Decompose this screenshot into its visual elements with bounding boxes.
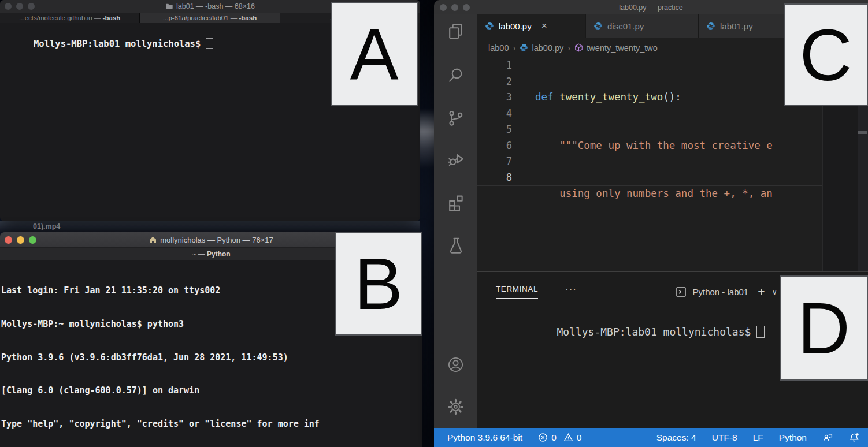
zoom-button[interactable] bbox=[29, 236, 36, 244]
terminal-line: Python 3.9.6 (v3.9.6:db3ff76da1, Jun 28 … bbox=[1, 352, 422, 363]
line-number-gutter: 1 2 3 4 5 6 7 8 bbox=[477, 58, 512, 186]
close-button[interactable] bbox=[440, 4, 447, 11]
code-line: def twenty_twenty_two(): bbox=[535, 90, 773, 106]
zoom-button[interactable] bbox=[463, 4, 470, 11]
chevron-right-icon: › bbox=[513, 43, 515, 53]
terminal-picker: Python - lab01 + ∨ bbox=[676, 285, 777, 299]
terminal-line: [Clang 6.0 (clang-600.0.57)] on darwin bbox=[1, 385, 422, 396]
status-right: Spaces: 4 UTF-8 LF Python bbox=[656, 432, 860, 443]
chevron-down-icon[interactable]: ∨ bbox=[771, 288, 777, 296]
problems-status[interactable]: 0 0 bbox=[538, 433, 581, 443]
panel-terminal-cursor bbox=[756, 326, 765, 338]
source-control-icon[interactable] bbox=[446, 109, 465, 128]
tab-lab00[interactable]: lab00.py × bbox=[477, 14, 586, 38]
code-line: """Come up with the most creative e bbox=[535, 138, 773, 154]
panel-terminal-content[interactable]: Mollys-MBP:lab01 mollynicholas$ bbox=[494, 314, 765, 350]
terminal-a-prompt: Mollys-MBP:lab01 mollynicholas$ bbox=[34, 39, 201, 49]
terminal-b-title: mollynicholas — Python — 76×17 bbox=[149, 236, 273, 244]
breadcrumb-folder[interactable]: lab00 bbox=[488, 43, 509, 53]
python-file-icon bbox=[520, 43, 528, 52]
language-mode-status[interactable]: Python bbox=[779, 433, 807, 443]
more-actions-icon[interactable]: ··· bbox=[565, 284, 577, 295]
traffic-lights[interactable] bbox=[5, 0, 35, 13]
explorer-icon[interactable] bbox=[446, 22, 465, 41]
chevron-right-icon: › bbox=[567, 43, 570, 53]
symbol-cube-icon bbox=[574, 43, 583, 52]
desktop: 01).mp4 lab01 — -bash — 68×16 ...ects/mo… bbox=[0, 0, 868, 447]
traffic-lights[interactable] bbox=[5, 232, 36, 247]
code-line bbox=[535, 234, 773, 250]
minimize-button[interactable] bbox=[451, 4, 458, 11]
tab-lab01[interactable]: lab01.py bbox=[699, 14, 795, 38]
test-beaker-icon[interactable] bbox=[446, 236, 465, 255]
python-file-icon bbox=[593, 21, 603, 31]
close-tab-icon[interactable]: × bbox=[541, 20, 547, 32]
close-button[interactable] bbox=[5, 3, 12, 10]
notification-bell-icon[interactable] bbox=[849, 432, 860, 443]
python-file-icon bbox=[485, 21, 494, 31]
encoding-status[interactable]: UTF-8 bbox=[712, 433, 737, 443]
eol-status[interactable]: LF bbox=[753, 433, 763, 443]
scrollbar-thumb[interactable] bbox=[858, 131, 867, 134]
terminal-picker-label[interactable]: Python - lab01 bbox=[692, 287, 748, 297]
background-file-name: 01).mp4 bbox=[33, 222, 60, 230]
warning-icon bbox=[563, 433, 573, 442]
terminal-a-title: lab01 — -bash — 68×16 bbox=[165, 2, 255, 10]
background-window-strip: 01).mp4 bbox=[0, 221, 420, 232]
overlay-label-c: C bbox=[784, 3, 868, 106]
folder-icon bbox=[165, 2, 173, 10]
overlay-label-b: B bbox=[335, 232, 422, 336]
breadcrumb-file[interactable]: lab00.py bbox=[520, 43, 563, 53]
home-icon bbox=[149, 236, 157, 244]
status-left: Python 3.9.6 64-bit 0 0 bbox=[447, 433, 581, 443]
feedback-icon[interactable] bbox=[822, 432, 833, 443]
terminal-icon bbox=[676, 286, 687, 297]
zoom-button[interactable] bbox=[28, 3, 35, 10]
account-icon[interactable] bbox=[446, 355, 465, 374]
overlay-label-a: A bbox=[331, 2, 418, 106]
indent-guide bbox=[539, 74, 539, 185]
close-button[interactable] bbox=[5, 236, 12, 244]
breadcrumb-symbol[interactable]: twenty_twenty_two bbox=[574, 43, 658, 53]
vscode-window-title: lab00.py — practice bbox=[619, 3, 682, 12]
terminal-a-cursor bbox=[206, 38, 213, 49]
panel-tab-terminal[interactable]: TERMINAL bbox=[496, 285, 538, 299]
overlay-label-d: D bbox=[780, 275, 868, 381]
run-debug-icon[interactable] bbox=[446, 149, 465, 168]
indentation-status[interactable]: Spaces: 4 bbox=[656, 433, 696, 443]
traffic-lights[interactable] bbox=[440, 0, 470, 14]
terminal-line: Type "help", "copyright", "credits" or "… bbox=[1, 419, 422, 430]
extensions-icon[interactable] bbox=[446, 192, 465, 211]
status-bar: Python 3.9.6 64-bit 0 0 Spaces: 4 UTF-8 … bbox=[434, 428, 868, 447]
terminal-tab-lab01[interactable]: ...p-61a/practice/lab01 — -bash bbox=[140, 13, 280, 23]
minimize-button[interactable] bbox=[16, 3, 23, 10]
python-interpreter-status[interactable]: Python 3.9.6 64-bit bbox=[447, 433, 522, 443]
search-icon[interactable] bbox=[446, 65, 465, 84]
new-terminal-icon[interactable]: + bbox=[758, 285, 765, 299]
code-line: using only numbers and the +, *, an bbox=[535, 186, 773, 202]
terminal-tab-molecule[interactable]: ...ects/molecule.github.io — -bash bbox=[0, 13, 140, 23]
tab-disc01[interactable]: disc01.py bbox=[586, 14, 699, 38]
minimize-button[interactable] bbox=[17, 236, 24, 244]
error-icon bbox=[538, 433, 548, 442]
activity-bar bbox=[434, 14, 477, 428]
terminal-a-title-text: lab01 — -bash — 68×16 bbox=[176, 2, 255, 10]
panel-terminal-prompt: Mollys-MBP:lab01 mollynicholas$ bbox=[557, 326, 751, 338]
python-file-icon bbox=[706, 21, 715, 31]
settings-gear-icon[interactable] bbox=[446, 397, 465, 416]
terminal-b-title-text: mollynicholas — Python — 76×17 bbox=[160, 236, 273, 244]
